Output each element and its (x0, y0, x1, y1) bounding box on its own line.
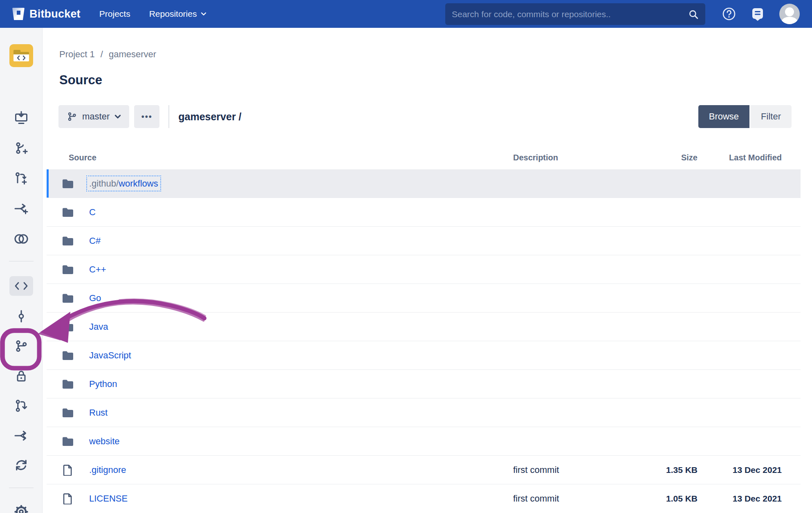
last-modified-date: 13 Dec 2021 (698, 465, 782, 475)
table-row[interactable]: JavaScript (47, 341, 801, 370)
sidebar-item-pull-requests[interactable] (0, 394, 43, 417)
commits-icon (14, 309, 28, 323)
file-link[interactable]: C++ (89, 264, 106, 274)
commit-message: first commit (513, 465, 636, 475)
last-modified-date: 13 Dec 2021 (698, 494, 782, 504)
settings-gear-icon (13, 504, 29, 513)
chevron-down-icon (201, 11, 206, 17)
bitbucket-logo[interactable]: Bitbucket (12, 8, 81, 20)
file-icon (63, 493, 73, 504)
table-row[interactable]: Java (47, 313, 801, 341)
avatar[interactable] (779, 4, 800, 24)
filter-button[interactable]: Filter (750, 105, 792, 128)
column-header-last-modified: Last Modified (698, 153, 782, 162)
nav-item-repositories[interactable]: Repositories (149, 9, 207, 19)
compare-icon (14, 428, 29, 443)
table-row[interactable]: Go (47, 284, 801, 313)
sidebar-item-create-pull-request[interactable] (0, 167, 43, 190)
sidebar-item-security[interactable] (0, 364, 43, 387)
folder-icon (62, 265, 74, 274)
folder-icon (62, 179, 74, 189)
main-content: Project 1 / gameserver Source master •••… (43, 28, 812, 513)
table-row[interactable]: LICENSE first commit 1.05 KB 13 Dec 2021 (47, 484, 801, 513)
builds-icon (14, 458, 29, 473)
file-link[interactable]: .github/workflows (89, 178, 158, 189)
column-header-size: Size (636, 153, 698, 162)
pull-requests-icon (14, 398, 29, 413)
search-icon[interactable] (688, 9, 699, 20)
brand-name: Bitbucket (29, 8, 81, 20)
file-link[interactable]: Java (89, 322, 108, 332)
column-header-source: Source (69, 153, 513, 162)
feedback-icon[interactable] (750, 6, 765, 22)
file-link[interactable]: .gitignore (89, 465, 126, 475)
table-row[interactable]: C++ (47, 255, 801, 284)
file-size: 1.05 KB (636, 494, 698, 504)
repository-icon (9, 44, 33, 67)
file-link[interactable]: C# (89, 236, 101, 246)
table-row[interactable]: Rust (47, 398, 801, 427)
compare-plus-icon (14, 201, 29, 216)
folder-icon (62, 207, 74, 217)
more-actions-button[interactable]: ••• (134, 105, 159, 128)
file-name: website (89, 436, 120, 446)
sidebar-item-branches[interactable] (0, 335, 43, 358)
table-row[interactable]: Python (47, 370, 801, 398)
file-name: Java (89, 322, 108, 332)
branch-selector[interactable]: master (58, 105, 129, 128)
search-input[interactable] (452, 9, 688, 19)
create-pull-request-icon (14, 171, 29, 186)
table-row[interactable]: .github/workflows (47, 169, 801, 198)
table-row[interactable]: .gitignore first commit 1.35 KB 13 Dec 2… (47, 456, 801, 484)
file-link[interactable]: Rust (89, 407, 108, 418)
file-link[interactable]: LICENSE (89, 493, 128, 504)
table-header: Source Description Size Last Modified (47, 147, 801, 168)
global-search (445, 3, 705, 25)
sidebar-item-forks[interactable] (0, 227, 43, 250)
folder-icon (62, 379, 74, 389)
file-name: Go (89, 293, 101, 303)
top-navbar: Bitbucket Projects Repositories (0, 0, 812, 28)
path-prefix: .github/ (89, 178, 119, 189)
sidebar-item-compare-plus[interactable] (0, 197, 43, 220)
breadcrumb-project[interactable]: Project 1 (59, 49, 95, 60)
breadcrumb-repo[interactable]: gameserver (109, 49, 156, 60)
file-name: workflows (119, 178, 158, 189)
sidebar-item-repository[interactable] (0, 44, 43, 67)
sidebar-item-source[interactable] (0, 274, 43, 297)
file-name: C++ (89, 264, 106, 274)
breadcrumb-separator: / (101, 49, 103, 60)
folder-icon (62, 322, 74, 332)
bitbucket-logo-icon (12, 8, 25, 20)
source-toolbar: master ••• gameserver / Browse Filter (58, 105, 792, 128)
clone-icon (14, 110, 29, 125)
branch-name: master (82, 111, 110, 122)
source-code-icon (9, 276, 33, 296)
table-row[interactable]: C# (47, 227, 801, 255)
sidebar-item-builds[interactable] (0, 454, 43, 477)
table-row[interactable]: website (47, 427, 801, 456)
file-size: 1.35 KB (636, 465, 698, 475)
file-link[interactable]: Go (89, 293, 101, 303)
commit-message: first commit (513, 493, 636, 504)
file-name: LICENSE (89, 493, 128, 504)
file-link[interactable]: C (89, 207, 96, 217)
sidebar-item-clone[interactable] (0, 106, 43, 129)
nav-item-projects[interactable]: Projects (99, 9, 130, 19)
sidebar-item-settings[interactable] (0, 500, 43, 513)
help-icon[interactable] (722, 7, 736, 21)
folder-icon (62, 236, 74, 246)
browse-button[interactable]: Browse (698, 105, 749, 128)
sidebar-divider (9, 261, 34, 261)
table-row[interactable]: C (47, 198, 801, 227)
file-link[interactable]: JavaScript (89, 350, 131, 360)
file-link[interactable]: Python (89, 379, 117, 389)
sidebar-item-commits[interactable] (0, 305, 43, 328)
branch-icon (67, 111, 77, 122)
file-link[interactable]: website (89, 436, 120, 446)
sidebar-item-create-branch[interactable] (0, 137, 43, 160)
sidebar-divider (9, 488, 34, 488)
chevron-down-icon (114, 113, 121, 120)
sidebar-item-compare[interactable] (0, 424, 43, 447)
file-name: JavaScript (89, 350, 131, 360)
